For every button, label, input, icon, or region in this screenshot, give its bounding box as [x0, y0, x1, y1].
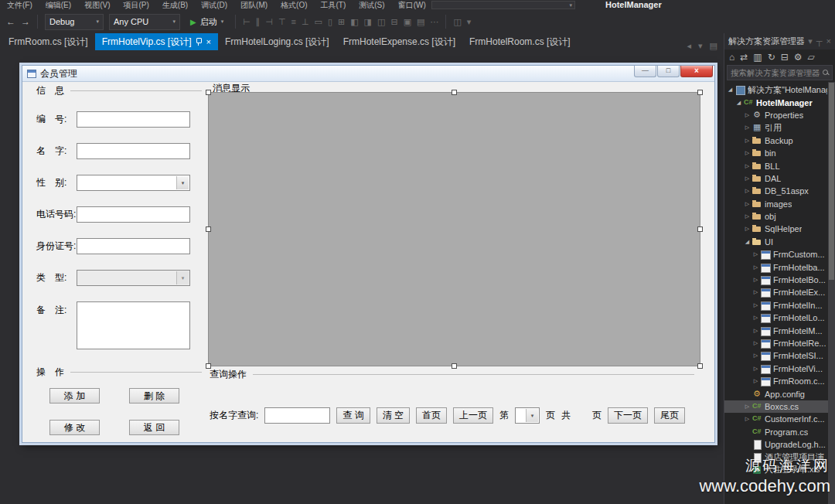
- center-vertical-icon[interactable]: ⊟: [390, 18, 397, 26]
- tree-item[interactable]: Properties: [724, 109, 835, 121]
- quick-launch-box[interactable]: ▾: [431, 1, 575, 9]
- minimize-button[interactable]: —: [634, 66, 656, 77]
- close-icon[interactable]: ×: [206, 37, 210, 46]
- tab-order-icon[interactable]: ⋯: [430, 18, 438, 26]
- horizontal-spacing-icon[interactable]: ◧: [350, 18, 358, 26]
- menu-item[interactable]: 团队(M): [237, 0, 271, 10]
- selection-handle[interactable]: [697, 226, 703, 232]
- tree-item[interactable]: FrmHotelLo...: [724, 312, 835, 324]
- editor-tab[interactable]: FrmHotelVip.cs [设计] ×: [95, 33, 218, 50]
- close-button[interactable]: ×: [680, 66, 713, 77]
- expander-icon[interactable]: [752, 289, 760, 295]
- menu-item[interactable]: 视图(V): [80, 0, 114, 10]
- expander-icon[interactable]: [743, 188, 752, 194]
- expander-icon[interactable]: [743, 175, 752, 182]
- menu-item[interactable]: 项目(P): [119, 0, 152, 10]
- editor-tab[interactable]: FrmHotelRoom.cs [设计] ×: [462, 33, 578, 50]
- active-files-dropdown-icon[interactable]: ▾: [698, 42, 703, 50]
- tree-item[interactable]: UI: [724, 236, 835, 248]
- pending-changes-filter-icon[interactable]: ▥: [753, 53, 762, 62]
- form-designer-surface[interactable]: 会员管理 — □ × 信 息: [0, 50, 724, 504]
- send-to-back-icon[interactable]: ▤: [417, 18, 424, 26]
- menu-item[interactable]: 测试(S): [355, 0, 388, 10]
- close-icon[interactable]: ×: [826, 37, 831, 46]
- maximize-button[interactable]: □: [657, 66, 680, 77]
- editor-tab[interactable]: FrmRoom.cs [设计] ×: [2, 33, 95, 50]
- expander-icon[interactable]: [752, 315, 760, 321]
- tree-item[interactable]: FrmHotelBo...: [724, 274, 835, 286]
- search-box[interactable]: [727, 65, 833, 80]
- expander-icon[interactable]: [743, 416, 752, 422]
- tree-item[interactable]: SqlHelper: [724, 223, 835, 235]
- start-debug-button[interactable]: ▶ 启动 ▾: [186, 13, 228, 30]
- menu-item[interactable]: 生成(B): [158, 0, 192, 10]
- search-input[interactable]: [731, 68, 820, 77]
- message-datagrid[interactable]: [208, 92, 700, 366]
- tree-item[interactable]: images: [724, 198, 835, 210]
- selection-handle[interactable]: [206, 90, 211, 95]
- tree-item[interactable]: FrmHotelIn...: [724, 299, 835, 312]
- tree-item[interactable]: FrmHotelRe...: [724, 337, 835, 349]
- pin-icon[interactable]: ┬: [816, 37, 823, 46]
- expander-icon[interactable]: [743, 112, 752, 118]
- vertical-spacing-icon[interactable]: ◨: [364, 18, 372, 26]
- selection-handle[interactable]: [697, 363, 703, 369]
- tree-item[interactable]: FrmCustom...: [724, 248, 835, 261]
- expander-icon[interactable]: [752, 378, 760, 384]
- expander-icon[interactable]: [752, 352, 760, 359]
- scrollbar[interactable]: [828, 82, 835, 504]
- field-input[interactable]: ▾: [77, 111, 190, 128]
- tree-item[interactable]: DB_51aspx: [724, 185, 835, 197]
- align-tops-icon[interactable]: ⊤: [278, 18, 286, 26]
- platform-dropdown[interactable]: Any CPU ▾: [109, 14, 180, 30]
- align-lefts-icon[interactable]: ⊢: [243, 18, 250, 26]
- scrollbar-thumb[interactable]: [829, 83, 834, 280]
- selection-handle[interactable]: [452, 90, 457, 95]
- expander-icon[interactable]: [743, 150, 752, 156]
- tree-item[interactable]: HotelManager: [724, 96, 835, 108]
- name-search-input[interactable]: [264, 407, 330, 424]
- tree-item[interactable]: CustomerInf.c...: [724, 413, 835, 425]
- selection-handle[interactable]: [206, 226, 211, 232]
- pin-icon[interactable]: [196, 38, 201, 46]
- tree-item[interactable]: FrmRoom.c...: [724, 375, 835, 387]
- field-input[interactable]: ▾: [77, 301, 190, 349]
- tree-item[interactable]: FrmHotelSI...: [724, 349, 835, 362]
- search-button[interactable]: 查 询: [336, 407, 370, 424]
- window-list-icon[interactable]: ▤: [710, 42, 717, 50]
- menu-item[interactable]: 文件(F): [3, 0, 36, 10]
- next-page-button[interactable]: 下一页: [608, 407, 648, 424]
- bring-to-front-icon[interactable]: ▣: [404, 18, 411, 26]
- expander-icon[interactable]: [743, 226, 752, 232]
- expander-icon[interactable]: [734, 100, 743, 106]
- expander-icon[interactable]: [743, 124, 752, 131]
- align-centers-icon[interactable]: ∥: [256, 18, 261, 26]
- expander-icon[interactable]: [752, 264, 760, 271]
- tree-item[interactable]: 解决方案"HotelManager": [724, 83, 835, 96]
- tree-item[interactable]: FrmHotelEx...: [724, 286, 835, 298]
- make-same-height-icon[interactable]: ▯: [328, 18, 332, 26]
- tree-item[interactable]: Program.cs: [724, 426, 835, 438]
- field-input[interactable]: ▾: [77, 143, 190, 159]
- refresh-icon[interactable]: ↻: [768, 53, 775, 62]
- expander-icon[interactable]: [726, 87, 734, 93]
- editor-tab[interactable]: FrmHotelExpense.cs [设计] ×: [336, 33, 462, 50]
- menu-item[interactable]: 窗口(W): [394, 0, 430, 10]
- make-same-width-icon[interactable]: ▭: [315, 18, 322, 26]
- nav-back-icon[interactable]: ←: [6, 17, 15, 26]
- expander-icon[interactable]: [743, 138, 752, 144]
- last-page-button[interactable]: 尾页: [654, 407, 685, 424]
- home-icon[interactable]: ⌂: [729, 53, 734, 62]
- tree-item[interactable]: BLL: [724, 159, 835, 172]
- selection-handle[interactable]: [697, 90, 703, 95]
- tree-item[interactable]: bin: [724, 147, 835, 159]
- expander-icon[interactable]: [752, 251, 760, 257]
- first-page-button[interactable]: 首页: [416, 407, 447, 424]
- expander-icon[interactable]: [743, 163, 752, 169]
- tree-item[interactable]: 引用: [724, 121, 835, 134]
- solution-config-dropdown[interactable]: Debug ▾: [45, 14, 104, 30]
- expander-icon[interactable]: [743, 201, 752, 207]
- operation-button[interactable]: 添 加: [49, 388, 100, 404]
- menu-item[interactable]: 调试(D): [197, 0, 231, 10]
- align-bottoms-icon[interactable]: ⊥: [302, 18, 309, 26]
